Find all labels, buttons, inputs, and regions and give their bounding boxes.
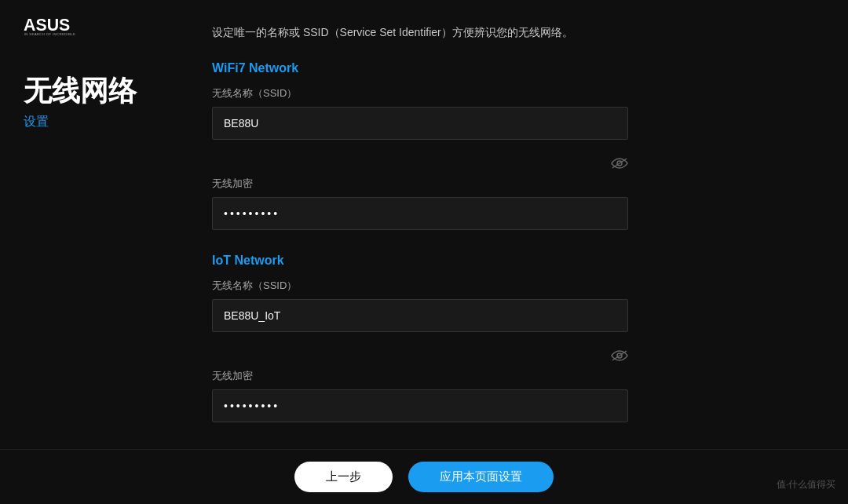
left-panel: ASUS IN SEARCH OF INCREDIBLE 无线网络 设置	[0, 0, 188, 504]
iot-password-wrapper	[212, 389, 809, 422]
iot-section-title: IoT Network	[212, 254, 809, 268]
svg-text:IN SEARCH OF INCREDIBLE: IN SEARCH OF INCREDIBLE	[24, 32, 76, 36]
wifi7-password-input[interactable]	[212, 197, 628, 230]
wifi7-password-toggle-btn[interactable]	[611, 155, 628, 173]
wifi7-password-wrapper	[212, 197, 809, 230]
page-subtitle: 设置	[24, 114, 49, 130]
wifi7-section-title: WiFi7 Network	[212, 61, 809, 75]
description-text: 设定唯一的名称或 SSID（Service Set Identifier）方便辨…	[212, 24, 620, 42]
iot-password-label: 无线加密	[212, 369, 809, 383]
iot-section: IoT Network 无线名称（SSID） 无线加密	[212, 254, 809, 438]
iot-password-input[interactable]	[212, 389, 628, 422]
wifi7-section: WiFi7 Network 无线名称（SSID） 无线加密	[212, 61, 809, 246]
iot-password-toggle-btn[interactable]	[611, 348, 628, 366]
iot-ssid-wrapper	[212, 299, 809, 332]
svg-text:ASUS: ASUS	[24, 16, 70, 35]
main-content: 设定唯一的名称或 SSID（Service Set Identifier）方便辨…	[188, 0, 848, 504]
watermark: 值·什么值得买	[777, 478, 835, 491]
page-title: 无线网络	[24, 74, 137, 108]
wifi7-password-toggle-row	[212, 155, 628, 173]
back-button[interactable]: 上一步	[294, 462, 393, 492]
apply-button[interactable]: 应用本页面设置	[408, 462, 554, 492]
asus-logo: ASUS IN SEARCH OF INCREDIBLE	[24, 16, 86, 42]
wifi7-password-label: 无线加密	[212, 177, 809, 191]
wifi7-ssid-wrapper	[212, 107, 809, 140]
iot-password-toggle-row	[212, 348, 628, 366]
iot-ssid-label: 无线名称（SSID）	[212, 279, 809, 293]
wifi7-ssid-input[interactable]	[212, 107, 628, 140]
wifi7-ssid-label: 无线名称（SSID）	[212, 86, 809, 100]
bottom-bar: 上一步 应用本页面设置	[0, 449, 848, 504]
iot-ssid-input[interactable]	[212, 299, 628, 332]
